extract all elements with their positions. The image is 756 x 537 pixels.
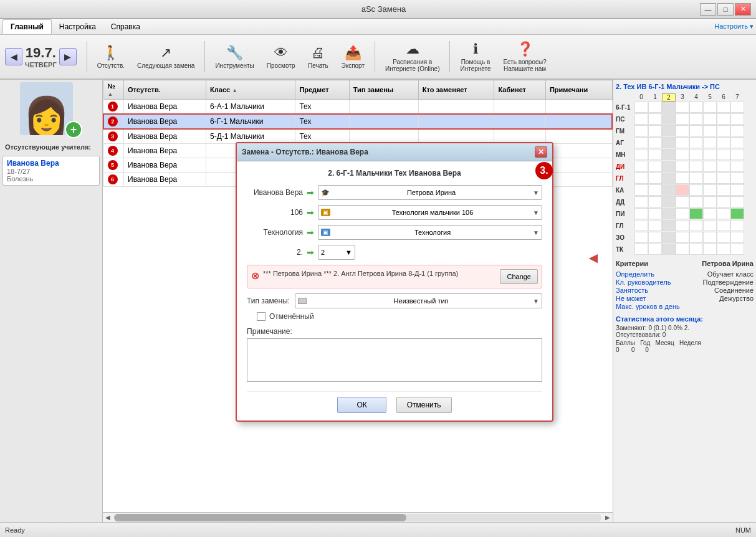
modal-close-button[interactable]: ✕ [535,146,547,158]
toolbar-nav: ◀ 19.7. ЧЕТВЕРГ ▶ [5,45,77,69]
criteria-key: Занятость [616,287,648,294]
cell-subject: Тех [295,129,349,144]
hscroll-track [114,514,601,521]
menu-tab-main[interactable]: Главный [2,19,52,34]
room-to-select[interactable]: ▣ Технология мальчики 106 ▼ [318,205,542,220]
hscroll-left[interactable]: ◀ [103,514,113,521]
schedule-row-label: АГ [616,140,634,146]
schedule-cell [689,244,703,255]
schedule-cell [648,232,662,243]
col-header-cabinet[interactable]: Кабинет [494,80,545,100]
cell-note [545,129,612,144]
schedule-cell [648,125,662,136]
nav-next-button[interactable]: ▶ [59,48,77,65]
toolbar-next-sub-button[interactable]: ↗ Следующая замена [132,38,199,75]
cell-num: 5 [103,158,124,173]
criteria-key: Кл. руководитель [616,278,671,286]
toolbar-print-button[interactable]: 🖨 Печать [302,38,333,75]
nav-prev-button[interactable]: ◀ [5,48,22,65]
note-textarea[interactable] [247,338,542,382]
col-header-absent[interactable]: Отсутств. [124,80,206,100]
subject-to-value: Технология [414,229,451,236]
ok-button[interactable]: ОК [337,397,386,413]
toolbar-comments-button[interactable]: ❓ Есть вопросы?Напишите нам [499,38,552,75]
toolbar-export-button[interactable]: 📤 Экспорт [336,38,370,75]
col-header-class[interactable]: Класс ▲ [206,80,295,100]
schedule-row: КА [616,184,754,196]
cell-absent: Иванова Вера [124,173,206,187]
schedule-cell [634,161,648,172]
maximize-button[interactable]: □ [717,3,734,16]
criteria-row: Макс. уроков в день [616,303,754,310]
cell-subject: Тех [295,100,349,115]
modal-title-bar: Замена - Отсутств.: Иванова Вера ✕ [237,143,552,161]
change-button[interactable]: Change [500,269,538,284]
cell-absent: Иванова Вера [124,129,206,144]
stats-values: 0 0 0 [616,346,649,353]
schedule-cell [730,244,744,255]
schedule-cell [676,113,689,125]
close-button[interactable]: ✕ [735,3,751,16]
toolbar-online-button[interactable]: ☁ Расписания вИнтернете (Online) [380,38,444,75]
toolbar-preview-button[interactable]: 👁 Просмотр [262,38,300,75]
schedule-cell [662,184,676,196]
schedule-cell [648,196,662,207]
table-row[interactable]: 3 Иванова Вера 5-Д-1 Мальчики Тех [103,129,612,144]
table-row[interactable]: 1 Иванова Вера 6-А-1 Мальчики Тех [103,100,612,115]
cell-type [349,100,418,115]
toolbar-tools-button[interactable]: 🔧 Инструменты [210,38,259,75]
schedule-cell [662,102,676,113]
col-header-subject[interactable]: Предмет [295,80,349,100]
cell-replacer [418,114,494,129]
horizontal-scrollbar[interactable]: ◀ ▶ [103,512,613,522]
table-header-row: № ▲ Отсутств. Класс ▲ Предмет Тип замены… [103,80,612,100]
teacher-to-select[interactable]: 🎓 Петрова Ирина ▼ [318,185,542,200]
cell-class: 6-А-1 Мальчики [206,100,295,115]
schedule-cell [730,161,744,172]
toolbar-help-button[interactable]: ℹ Помощь вИнтернете [455,38,495,75]
status-bar: Ready NUM [0,522,756,537]
room-to-value: Технология мальчики 106 [392,209,474,216]
schedule-cell [634,173,648,184]
schedule-cell [634,125,648,136]
export-icon: 📤 [345,45,361,61]
schedule-cell [689,102,703,113]
cancel-button[interactable]: Отменить [396,397,452,413]
cell-note [545,144,612,158]
schedule-cell [730,102,744,113]
schedule-cell [648,184,662,196]
toolbar: ◀ 19.7. ЧЕТВЕРГ ▶ 🚶 Отсутств. ↗ Следующа… [0,35,756,80]
menu-tab-settings[interactable]: Настройка [52,20,103,34]
cell-replacer [418,100,494,115]
lesson-num-value: 2 [321,249,325,256]
subject-to-select[interactable]: ▣ Технология ▼ [318,225,542,240]
minimize-button[interactable]: — [700,3,716,16]
menu-tab-help[interactable]: Справка [103,20,148,34]
modal-subtitle: 2. 6-Г-1 Мальчики Тех Иванова Вера [247,169,542,178]
schedule-cell [689,184,703,196]
type-color-indicator [298,298,307,304]
absent-teacher-item[interactable]: Иванова Вера 18-7/27 Болезнь [2,156,100,186]
col-header-note[interactable]: Примечани [545,80,612,100]
configure-button[interactable]: Настроить ▾ [714,22,754,31]
schedule-row: 6-Г-1 [616,102,754,113]
schedule-cell [662,137,676,148]
col-header-num[interactable]: № ▲ [103,80,124,100]
lesson-num-select[interactable]: 2 ▼ [318,245,355,260]
stats-col-labels: Баллы Год Месяц Неделя [616,340,701,346]
hscroll-thumb[interactable] [114,514,406,521]
add-teacher-button[interactable]: + [65,121,82,138]
type-select[interactable]: Неизвестный тип ▼ [295,293,542,308]
modal-dialog: Замена - Отсутств.: Иванова Вера ✕ 3. 2.… [236,142,553,422]
col-header-type[interactable]: Тип замены [349,80,418,100]
schedule-cell [662,196,676,207]
col-header-replacer[interactable]: Кто заменяет [418,80,494,100]
toolbar-absent-button[interactable]: 🚶 Отсутств. [92,38,130,75]
criteria-key: Не может [616,295,646,302]
hscroll-right[interactable]: ▶ [603,514,613,521]
schedule-cell [703,220,717,231]
schedule-cell [703,196,717,207]
table-row[interactable]: 2 Иванова Вера 6-Г-1 Мальчики Тех [103,114,612,129]
cancelled-checkbox[interactable] [257,312,266,321]
toolbar-separator-1 [87,41,87,72]
